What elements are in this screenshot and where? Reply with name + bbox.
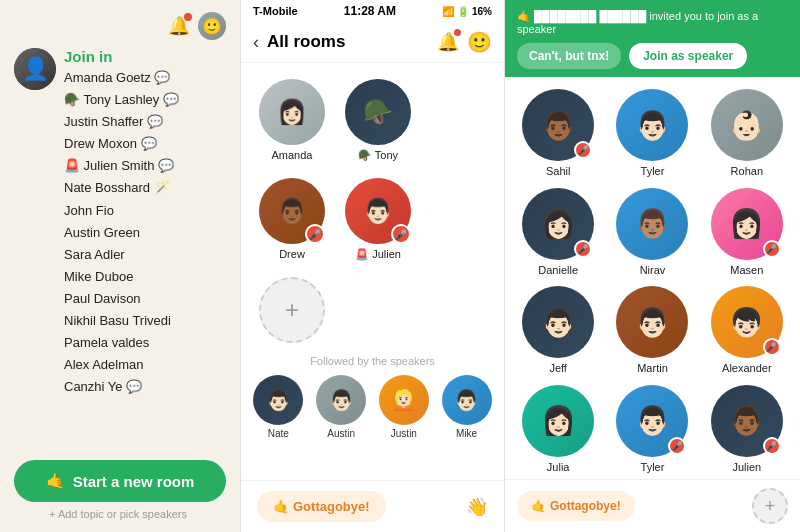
right-avatar: 👦🏻 🎤 (711, 286, 783, 358)
speaker-name: Drew (279, 248, 305, 260)
speaker-item[interactable]: 👨🏻 🎤 🚨 Julien (343, 178, 413, 261)
right-speaker-item[interactable]: 👨🏾 🎤 Julien (704, 385, 790, 476)
right-speaker-item[interactable]: 👨🏻 🎤 Tyler (609, 385, 695, 476)
join-speaker-button[interactable]: Join as speaker (629, 43, 747, 69)
speaker-name: Amanda (272, 149, 313, 161)
speaker-item[interactable]: 👩🏻 Amanda (257, 79, 327, 162)
name-item: Alex Adelman (64, 354, 226, 376)
status-icons: 📶 🔋 16% (442, 6, 492, 17)
bell-icon[interactable]: 🔔 (168, 15, 190, 37)
mid-footer: 🤙 Gottagobye! 👋 (241, 480, 504, 532)
speaker-avatar: 🪖 (345, 79, 411, 145)
right-speaker-item[interactable]: 👩🏻 🎤 Masen (704, 188, 790, 279)
right-speaker-item[interactable]: 👨🏾 🎤 Sahil (515, 89, 601, 180)
right-speaker-name: Masen (730, 264, 763, 276)
right-avatar-img: 👨🏽 (616, 188, 688, 260)
audience-avatar: 👱🏻 (379, 375, 429, 425)
mid-avatar[interactable]: 🙂 (467, 30, 492, 54)
speaker-name: 🪖 Tony (358, 149, 398, 162)
right-speaker-name: Tyler (641, 461, 665, 473)
start-room-button[interactable]: 🤙 Start a new room (14, 460, 226, 502)
mic-off-badge: 🎤 (668, 437, 686, 455)
right-speaker-item[interactable]: 👨🏽 Nirav (609, 188, 695, 279)
right-gottagobye-button[interactable]: 🤙 Gottagobye! (517, 491, 635, 521)
right-avatar: 👨🏻 (616, 286, 688, 358)
right-add-button[interactable]: + (752, 488, 788, 524)
gottagobye-button[interactable]: 🤙 Gottagobye! (257, 491, 386, 522)
middle-panel: T-Mobile 11:28 AM 📶 🔋 16% ‹ All rooms 🔔 … (240, 0, 505, 532)
right-speaker-name: Danielle (538, 264, 578, 276)
join-avatar: 👤 (14, 48, 56, 90)
add-speaker-button[interactable]: + (259, 277, 325, 343)
audience-name: Nate (268, 428, 289, 439)
right-speaker-item[interactable]: 👨🏻 Tyler (609, 89, 695, 180)
right-speaker-name: Martin (637, 362, 668, 374)
right-speaker-item[interactable]: 👩🏻 Julia (515, 385, 601, 476)
audience-item[interactable]: 👨🏻 Mike (441, 375, 492, 439)
right-avatar-img: 👶🏻 (711, 89, 783, 161)
back-button[interactable]: ‹ (253, 32, 259, 53)
audience-avatar: 👨🏻 (253, 375, 303, 425)
right-avatar: 👨🏻 (522, 286, 594, 358)
right-speaker-name: Tyler (641, 165, 665, 177)
wave-emoji[interactable]: 👋 (466, 496, 488, 518)
right-speaker-name: Alexander (722, 362, 772, 374)
audience-item[interactable]: 👨🏻 Austin (316, 375, 367, 439)
right-speaker-item[interactable]: 👨🏻 Martin (609, 286, 695, 377)
speaker-avatar-img: 👩🏻 (259, 79, 325, 145)
start-room-emoji: 🤙 (46, 472, 65, 490)
add-speaker-item: + (257, 277, 327, 343)
speaker-item[interactable]: 🪖 🪖 Tony (343, 79, 413, 162)
audience-avatar: 👨🏻 (442, 375, 492, 425)
audience-name: Austin (327, 428, 355, 439)
name-item: Sara Adler (64, 244, 226, 266)
bell-icon-mid[interactable]: 🔔 (437, 31, 459, 53)
user-avatar[interactable]: 🙂 (198, 12, 226, 40)
audience-item[interactable]: 👨🏻 Nate (253, 375, 304, 439)
right-avatar: 👶🏻 (711, 89, 783, 161)
name-item: Canzhi Ye 💬 (64, 376, 226, 398)
status-bar: T-Mobile 11:28 AM 📶 🔋 16% (241, 0, 504, 22)
right-speaker-item[interactable]: 👨🏻 Jeff (515, 286, 601, 377)
left-panel: 🔔 🙂 👤 Join in Amanda Goetz 💬🪖 Tony Lashl… (0, 0, 240, 532)
speaker-avatar: 👩🏻 (259, 79, 325, 145)
right-avatar: 👨🏾 🎤 (711, 385, 783, 457)
add-topic-text: + Add topic or pick speakers (49, 508, 187, 520)
audience-avatar: 👨🏻 (316, 375, 366, 425)
name-item: Nikhil Basu Trivedi (64, 310, 226, 332)
right-panel: 🤙 ████████ ██████ invited you to join as… (505, 0, 800, 532)
audience-name: Justin (391, 428, 417, 439)
right-avatar-img: 👨🏻 (522, 286, 594, 358)
audience-name: Mike (456, 428, 477, 439)
right-speaker-item[interactable]: 👦🏻 🎤 Alexander (704, 286, 790, 377)
right-avatar: 👨🏻 (616, 89, 688, 161)
right-speaker-item[interactable]: 👩🏻 🎤 Danielle (515, 188, 601, 279)
join-content: Join in Amanda Goetz 💬🪖 Tony Lashley 💬Ju… (64, 48, 226, 398)
mic-off-badge: 🎤 (574, 141, 592, 159)
mic-off-badge: 🎤 (763, 338, 781, 356)
right-speaker-name: Sahil (546, 165, 570, 177)
name-item: 🚨 Julien Smith 💬 (64, 155, 226, 177)
right-avatar-img: 👨🏻 (616, 286, 688, 358)
carrier: T-Mobile (253, 5, 298, 17)
mid-header: ‹ All rooms 🔔 🙂 (241, 22, 504, 63)
speaker-item[interactable]: 👨🏾 🎤 Drew (257, 178, 327, 261)
right-avatar: 👨🏾 🎤 (522, 89, 594, 161)
right-gottagobye-emoji: 🤙 (531, 499, 546, 513)
add-topic[interactable]: + Add topic or pick speakers (14, 508, 226, 520)
right-gottagobye-label: Gottagobye! (550, 499, 621, 513)
right-avatar-img: 👩🏻 (522, 385, 594, 457)
audience-item[interactable]: 👱🏻 Justin (379, 375, 430, 439)
invite-text: 🤙 ████████ ██████ invited you to join as… (517, 10, 788, 35)
cant-button[interactable]: Can't, but tnx! (517, 43, 621, 69)
name-item: Paul Davison (64, 288, 226, 310)
mic-off-badge: 🎤 (763, 437, 781, 455)
right-avatar: 👨🏽 (616, 188, 688, 260)
name-item: Mike Duboe (64, 266, 226, 288)
name-item: John Fio (64, 200, 226, 222)
mid-header-icons: 🔔 🙂 (437, 30, 492, 54)
notification-dot (184, 13, 192, 21)
right-avatar: 👩🏻 🎤 (711, 188, 783, 260)
right-speaker-item[interactable]: 👶🏻 Rohan (704, 89, 790, 180)
right-avatar: 👩🏻 (522, 385, 594, 457)
